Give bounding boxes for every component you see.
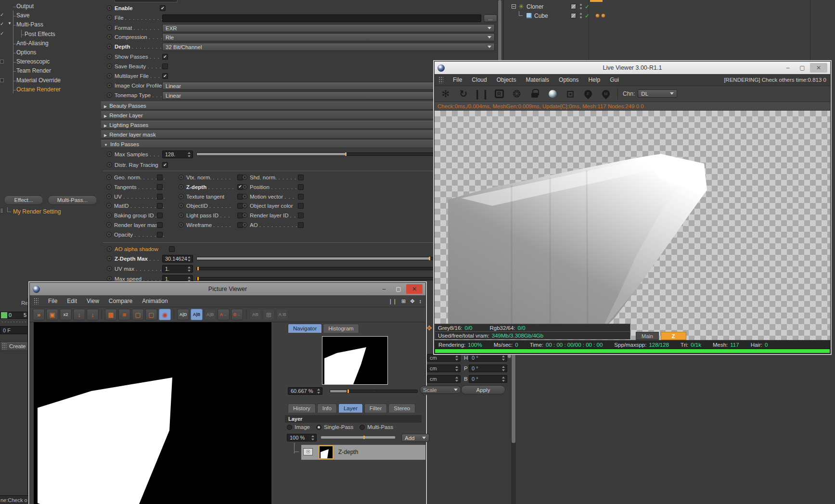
stepper-icon[interactable] <box>317 388 321 394</box>
pass-radio[interactable] <box>179 222 184 227</box>
multi-pass-button[interactable]: Multi-Pass... <box>48 195 97 205</box>
mode-single-pass[interactable]: Single-Pass <box>316 424 353 430</box>
pv-tool-compare-adjust-icon[interactable]: A:B <box>276 309 288 320</box>
pv-tool-save-icon[interactable]: ▣ <box>46 309 58 320</box>
pv-tool-view-ab-icon[interactable]: A|B <box>191 309 203 320</box>
stepper-icon[interactable] <box>187 266 192 272</box>
angle-field[interactable]: 0 ° <box>469 354 507 362</box>
pv-tool-import-scene-icon[interactable]: ↓ <box>87 309 99 320</box>
lv-menu-cloud[interactable]: Cloud <box>472 76 487 83</box>
tree-item-multi-pass[interactable]: ✓ ▼ Multi-Pass <box>0 20 100 29</box>
visibility-dots-icon[interactable] <box>580 4 582 9</box>
visibility-eye-icon[interactable]: ☉ <box>303 448 313 455</box>
enable-box-icon[interactable] <box>0 60 4 63</box>
distr-ray-tracing-checkbox[interactable] <box>162 162 168 168</box>
attr-radio[interactable] <box>107 63 112 69</box>
layer-opacity-field[interactable]: 100 % <box>287 434 317 441</box>
frame-field[interactable]: 0 F <box>0 326 28 334</box>
stepper-icon[interactable] <box>455 365 459 372</box>
angle-field[interactable]: 0 ° <box>469 375 507 383</box>
pv-tool-separator[interactable] <box>174 310 174 319</box>
render-viewport[interactable]: Grey8/16:0/0Rgb32/64:0/0 Used/free/total… <box>435 111 830 340</box>
pass-radio[interactable] <box>179 213 184 218</box>
lv-tool-picture-frame-icon[interactable]: ⊡ <box>563 88 578 101</box>
unit-field[interactable]: cm <box>427 375 461 383</box>
enable-checkbox[interactable] <box>160 5 166 11</box>
format-select[interactable]: EXR <box>162 24 495 32</box>
pass-radio[interactable] <box>179 184 184 189</box>
attr-radio[interactable] <box>107 5 112 11</box>
object-cube[interactable]: ✳ Cube ✓ <box>504 11 696 20</box>
pass-radio[interactable] <box>106 184 112 189</box>
pass-checkbox[interactable] <box>157 194 163 200</box>
lv-tool-settings-icon[interactable]: ❂ <box>510 88 524 101</box>
lv-tool-restart-render-icon[interactable]: ↻ <box>456 88 471 101</box>
timeline-marker[interactable] <box>1 312 7 318</box>
pv-tool-view-a-icon[interactable]: A|D <box>177 309 189 320</box>
attr-radio[interactable] <box>107 256 112 261</box>
move-tool-icon[interactable]: ✥ <box>426 324 432 332</box>
pass-radio[interactable] <box>242 184 247 189</box>
scale-select[interactable]: Scale <box>420 386 461 394</box>
enable-box-icon[interactable] <box>0 78 4 82</box>
pv-tool-frame-ab-icon[interactable]: ◉ <box>159 309 171 320</box>
pv-menu-compare[interactable]: Compare <box>109 298 132 304</box>
live-viewer-titlebar[interactable]: Live Viewer 3.00-R1.1 –▢✕ <box>435 62 830 74</box>
pass-radio[interactable] <box>179 203 184 208</box>
tree-item-save[interactable]: ✓ ▼ Save <box>0 11 100 20</box>
lv-tool-lock-resolution-icon[interactable] <box>527 88 542 101</box>
lv-tool-material-picker-icon[interactable]: M <box>599 88 613 101</box>
pv-tool-delete-icon[interactable]: ▦ <box>105 309 117 320</box>
pass-radio[interactable] <box>179 175 184 180</box>
zoom-slider[interactable] <box>330 390 418 393</box>
zoom-field[interactable]: 60.667 % <box>288 387 322 395</box>
unit-field[interactable]: cm <box>427 365 461 372</box>
visibility-dots-icon[interactable] <box>580 13 582 18</box>
lv-tool-material-preview-icon[interactable] <box>545 88 560 101</box>
pv-tool-separator[interactable] <box>102 310 102 319</box>
lv-minimize-button[interactable]: – <box>781 63 795 73</box>
attr-radio[interactable] <box>107 92 112 98</box>
attr-radio[interactable] <box>107 83 112 88</box>
multilayer-file-checkbox[interactable] <box>162 73 168 79</box>
apply-button[interactable]: Apply <box>461 385 505 394</box>
stepper-icon[interactable] <box>501 365 506 372</box>
attr-radio[interactable] <box>107 162 112 167</box>
pass-radio[interactable] <box>242 203 247 208</box>
lv-menu-gui[interactable]: Gui <box>610 76 619 83</box>
pv-tool-compare-ab-icon[interactable]: AB <box>249 309 261 320</box>
pv-tool-frame-b-icon[interactable]: ▢ <box>145 309 157 320</box>
tab-info[interactable]: Info <box>317 403 337 413</box>
pv-tool-view-ab-alt-icon[interactable]: A|B <box>204 309 216 320</box>
angle-field[interactable]: 0 ° <box>469 365 507 372</box>
pv-tool-set-a-icon[interactable]: A→ <box>218 309 230 320</box>
stepper-icon[interactable] <box>311 435 315 441</box>
tab-layer[interactable]: Layer <box>338 403 363 413</box>
ao-alpha-shadow-checkbox[interactable] <box>169 246 175 252</box>
lv-tool-focus-picker-icon[interactable]: F <box>581 88 595 101</box>
channel-select[interactable]: DL <box>638 89 677 98</box>
channel-tab-z[interactable]: Z <box>661 332 686 340</box>
rendered-image-canvas[interactable] <box>34 322 271 504</box>
layer-opacity-slider[interactable] <box>321 436 396 439</box>
tab-stereo[interactable]: Stereo <box>388 403 415 413</box>
pv-layout-columns-icon[interactable]: ❘❘ <box>388 298 397 304</box>
stepper-icon[interactable] <box>501 355 506 361</box>
pv-tool-separator[interactable] <box>246 310 246 319</box>
compression-select[interactable]: Rle <box>162 33 495 41</box>
tree-item-post-effects[interactable]: ✓ ▼ Post Effects <box>0 30 100 39</box>
tree-item-stereoscopic[interactable]: ✓ ▼ Stereoscopic <box>0 57 100 66</box>
lv-tool-render-region-icon[interactable]: R <box>492 88 506 101</box>
pv-tool-frame-a-icon[interactable]: ▢ <box>132 309 144 320</box>
timeline-strip[interactable]: 0 5 <box>0 312 28 319</box>
unit-field[interactable]: cm <box>427 354 461 362</box>
show-passes-checkbox[interactable] <box>162 54 168 60</box>
tree-item-octane-renderer[interactable]: ✓ ▼ Octane Renderer <box>0 85 100 94</box>
blend-mode-select[interactable]: Add <box>401 434 429 442</box>
pv-menu-animation[interactable]: Animation <box>142 298 167 304</box>
pass-radio[interactable] <box>242 222 247 227</box>
pass-checkbox[interactable] <box>298 213 304 218</box>
pass-radio[interactable] <box>242 213 247 218</box>
lv-tool-pause-render-icon[interactable]: ❙❙ <box>474 88 488 101</box>
pv-tool-open-icon[interactable]: » <box>33 309 45 320</box>
